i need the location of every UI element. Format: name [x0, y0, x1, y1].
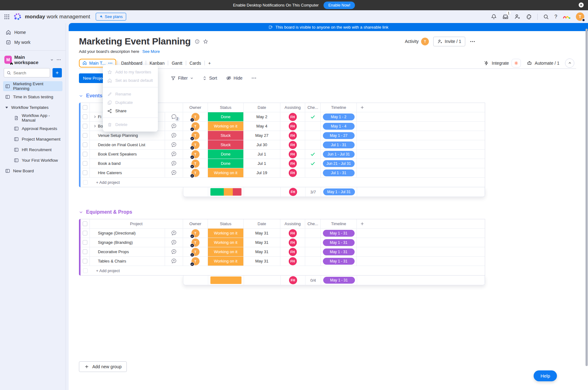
board-description[interactable]: Add your board's description here — [79, 49, 139, 54]
search-icon[interactable] — [543, 14, 549, 20]
group-title[interactable]: Events — [86, 93, 102, 99]
sort-button[interactable]: Sort — [202, 76, 217, 81]
add-new-group-button[interactable]: Add new group — [79, 361, 127, 372]
timeline-pill[interactable]: Jun 21 - Jul 31 — [323, 160, 355, 167]
add-column-cell[interactable] — [357, 103, 485, 112]
timeline-pill[interactable]: May 1 - 27 — [323, 132, 355, 139]
date-cell[interactable]: Jul 19 — [244, 168, 280, 177]
open-updates-cell[interactable] — [165, 238, 183, 247]
checkbox-cell[interactable] — [305, 112, 321, 121]
add-update-icon[interactable] — [171, 132, 177, 139]
add-update-icon[interactable] — [171, 142, 177, 148]
add-update-icon[interactable] — [171, 169, 177, 176]
add-update-icon[interactable] — [171, 151, 177, 157]
column-header[interactable]: Date — [244, 103, 280, 112]
workspace-options-icon[interactable] — [56, 57, 61, 62]
board-options-icon[interactable] — [470, 39, 475, 44]
timeline-pill[interactable]: May 1 - 31 — [323, 258, 355, 265]
row-checkbox[interactable] — [83, 259, 87, 263]
assisting-cell[interactable]: FH — [280, 112, 305, 121]
help-icon[interactable]: ? — [554, 14, 557, 20]
assisting-cell[interactable]: FH — [280, 257, 305, 266]
checkbox-cell[interactable] — [305, 229, 321, 238]
checkbox-cell[interactable] — [305, 140, 321, 149]
open-updates-cell[interactable] — [165, 150, 183, 159]
add-project-label[interactable]: + Add project — [90, 178, 485, 187]
timeline-cell[interactable]: Jul 1 - 31 — [321, 140, 357, 149]
add-update-icon[interactable] — [171, 123, 177, 129]
timeline-cell[interactable]: May 1 - 31 — [321, 257, 357, 266]
row-checkbox[interactable] — [83, 142, 87, 147]
add-project-row[interactable]: + Add project — [80, 178, 485, 187]
user-avatar[interactable]: T — [576, 12, 584, 21]
enable-now-button[interactable]: Enable Now! — [324, 2, 355, 9]
timeline-cell[interactable]: May 1 - 31 — [321, 229, 357, 238]
column-header[interactable]: Assisting — [280, 103, 305, 112]
status-cell[interactable]: Done — [208, 159, 244, 168]
column-header[interactable]: Status — [208, 103, 244, 112]
open-updates-cell[interactable] — [165, 159, 183, 168]
date-cell[interactable]: May 31 — [244, 247, 280, 256]
checkbox-cell[interactable] — [305, 238, 321, 247]
row-checkbox[interactable] — [83, 170, 87, 175]
sidebar-item-new-board[interactable]: New Board — [3, 166, 62, 176]
timeline-cell[interactable]: May 1 - 31 — [321, 238, 357, 247]
assisting-cell[interactable]: FH — [280, 159, 305, 168]
status-cell[interactable]: Working on it — [208, 257, 244, 266]
owner-cell[interactable]: Tz — [183, 131, 208, 140]
sidebar-search-input[interactable] — [13, 71, 44, 75]
column-header[interactable]: Status — [208, 219, 244, 228]
row-checkbox[interactable] — [83, 240, 87, 245]
assisting-cell[interactable]: FH — [280, 238, 305, 247]
select-all-checkbox[interactable] — [83, 105, 87, 110]
project-name-cell[interactable]: Decide on Final Guest List — [90, 140, 165, 149]
select-all-checkbox[interactable] — [83, 221, 87, 226]
automate-button[interactable]: Automate / 1 — [526, 60, 559, 66]
timeline-pill[interactable]: Jul 1 - 31 — [323, 169, 355, 176]
status-cell[interactable]: Working on it — [208, 247, 244, 256]
filter-button[interactable]: Filter — [171, 76, 194, 81]
owner-cell[interactable]: Tz — [183, 168, 208, 177]
updates-icon[interactable]: 2 — [171, 114, 177, 120]
project-name-cell[interactable]: Venue Setup Planning — [90, 131, 165, 140]
date-cell[interactable]: May 31 — [244, 257, 280, 266]
tab-cards[interactable]: Cards — [186, 58, 204, 68]
sidebar-item-approval-requests[interactable]: Approval Requests — [3, 123, 62, 133]
status-cell[interactable]: Working on it — [208, 229, 244, 238]
toolbar-more-icon[interactable] — [251, 75, 257, 81]
notifications-bell-icon[interactable] — [491, 14, 497, 20]
status-cell[interactable]: Done — [208, 112, 244, 121]
timeline-pill[interactable]: May 1 - 31 — [323, 248, 355, 255]
project-name-cell[interactable]: Book Event Speakers — [90, 150, 165, 159]
assisting-cell[interactable]: FH — [280, 150, 305, 159]
integrate-button[interactable]: Integrate — [484, 59, 521, 67]
open-updates-cell[interactable] — [165, 168, 183, 177]
checkbox-cell[interactable] — [305, 257, 321, 266]
column-header[interactable]: Owner — [183, 103, 208, 112]
assisting-cell[interactable]: FH — [280, 122, 305, 131]
row-checkbox[interactable] — [83, 152, 87, 156]
owner-cell[interactable]: Tz — [183, 122, 208, 131]
add-column-cell[interactable] — [357, 219, 485, 228]
timeline-pill[interactable]: May 1 - 2 — [323, 114, 355, 120]
date-cell[interactable]: May 31 — [244, 229, 280, 238]
row-checkbox[interactable] — [83, 249, 87, 254]
date-cell[interactable]: Jul 30 — [244, 140, 280, 149]
sidebar-item-workflow-app-manual[interactable]: Workflow App - Manual — [3, 113, 62, 123]
sidebar-item-hr-recruitment[interactable]: HR Recruitment — [3, 145, 62, 155]
assisting-cell[interactable]: FH — [280, 247, 305, 256]
open-updates-cell[interactable] — [165, 229, 183, 238]
open-updates-cell[interactable]: 2 — [165, 112, 183, 121]
assisting-cell[interactable]: FH — [280, 131, 305, 140]
sidebar-item-your-first-workflow[interactable]: Your First Workflow — [3, 155, 62, 165]
workspace-switcher[interactable]: M Main workspace — [3, 54, 62, 65]
add-update-icon[interactable] — [171, 160, 177, 167]
project-name-cell[interactable]: Book a band — [90, 159, 165, 168]
group-collapse-icon[interactable] — [79, 210, 83, 214]
row-checkbox[interactable] — [83, 114, 87, 119]
tab-gantt[interactable]: Gantt — [168, 58, 186, 68]
page-scrollbar[interactable] — [585, 23, 588, 390]
date-cell[interactable]: May 31 — [244, 238, 280, 247]
timeline-cell[interactable]: May 1 - 27 — [321, 131, 357, 140]
sidebar-item-home[interactable]: Home — [3, 27, 62, 37]
